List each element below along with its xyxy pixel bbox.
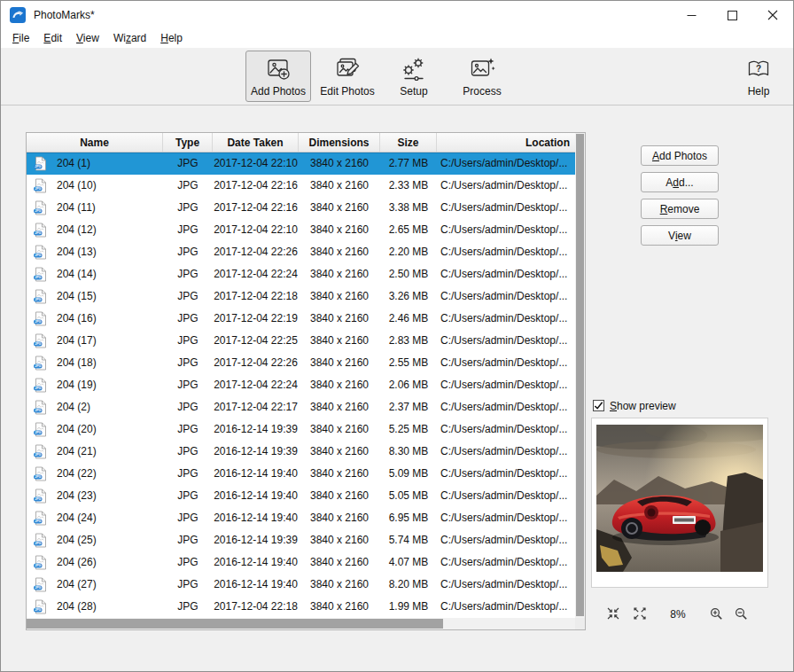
- jpg-file-icon: JPG: [33, 311, 48, 326]
- table-row[interactable]: JPG 204 (1) JPG 2017-12-04 22:10 3840 x …: [27, 152, 575, 175]
- menu-help[interactable]: Help: [153, 29, 190, 48]
- table-row[interactable]: JPG 204 (20) JPG 2016-12-14 19:39 3840 x…: [27, 418, 575, 441]
- view-button[interactable]: View: [641, 225, 719, 246]
- horizontal-scrollbar[interactable]: [27, 618, 575, 629]
- file-name-cell: JPG 204 (22): [27, 463, 163, 485]
- file-name: 204 (12): [57, 219, 97, 241]
- add-button[interactable]: Add...: [641, 172, 719, 192]
- file-name: 204 (1): [57, 152, 90, 175]
- column-header-name[interactable]: Name: [27, 133, 163, 152]
- table-row[interactable]: JPG 204 (26) JPG 2016-12-14 19:40 3840 x…: [27, 551, 575, 574]
- column-header-date-taken[interactable]: Date Taken: [213, 133, 299, 152]
- main-toolbar: Add Photos Edit Photos: [1, 48, 793, 105]
- file-name: 204 (24): [57, 507, 97, 529]
- column-header-dimensions[interactable]: Dimensions: [299, 133, 380, 152]
- location-cell: C:/Users/admin/Desktop/...: [437, 463, 575, 485]
- menu-file[interactable]: File: [5, 29, 36, 48]
- file-type-cell: JPG: [163, 551, 213, 574]
- toolbar-help[interactable]: ? Help: [736, 51, 782, 102]
- table-row[interactable]: JPG 204 (24) JPG 2016-12-14 19:40 3840 x…: [27, 507, 575, 529]
- horizontal-scrollbar-thumb[interactable]: [27, 619, 443, 629]
- table-row[interactable]: JPG 204 (13) JPG 2017-12-04 22:26 3840 x…: [27, 241, 575, 263]
- show-preview-label[interactable]: Show preview: [610, 400, 676, 412]
- show-preview-checkbox[interactable]: [593, 400, 604, 411]
- date-taken-cell: 2017-12-04 22:17: [213, 396, 299, 418]
- zoom-in-icon[interactable]: [710, 607, 723, 621]
- file-type-cell: JPG: [163, 352, 213, 374]
- file-name-cell: JPG 204 (23): [27, 485, 163, 507]
- table-row[interactable]: JPG 204 (14) JPG 2017-12-04 22:24 3840 x…: [27, 263, 575, 285]
- preview-zoom-controls: 8%: [591, 604, 768, 627]
- date-taken-cell: 2017-12-04 22:10: [213, 152, 299, 175]
- location-cell: C:/Users/admin/Desktop/...: [437, 396, 575, 418]
- file-name-cell: JPG 204 (17): [27, 330, 163, 352]
- table-row[interactable]: JPG 204 (21) JPG 2016-12-14 19:39 3840 x…: [27, 441, 575, 463]
- svg-text:JPG: JPG: [35, 453, 41, 457]
- add-photos-button[interactable]: Add Photos: [641, 145, 719, 166]
- menu-view[interactable]: View: [69, 29, 106, 48]
- remove-button[interactable]: Remove: [641, 199, 719, 219]
- vertical-scrollbar-thumb[interactable]: [576, 134, 584, 616]
- window-title: PhotoMarks*: [34, 9, 95, 21]
- size-cell: 8.30 MB: [380, 441, 437, 463]
- size-cell: 5.74 MB: [380, 529, 437, 551]
- vertical-scrollbar[interactable]: [575, 133, 585, 618]
- table-row[interactable]: JPG 204 (27) JPG 2016-12-14 19:40 3840 x…: [27, 574, 575, 596]
- column-header-type[interactable]: Type: [163, 133, 213, 152]
- table-row[interactable]: JPG 204 (11) JPG 2017-12-04 22:16 3840 x…: [27, 197, 575, 219]
- app-window: PhotoMarks* File Edit View Wizard Help: [0, 0, 794, 672]
- jpg-file-icon: JPG: [33, 223, 48, 238]
- toolbar-setup[interactable]: Setup: [385, 51, 442, 102]
- table-row[interactable]: JPG 204 (2) JPG 2017-12-04 22:17 3840 x …: [27, 396, 575, 418]
- toolbar-label: Add Photos: [251, 85, 306, 98]
- location-cell: C:/Users/admin/Desktop/...: [437, 551, 575, 574]
- jpg-file-icon: JPG: [33, 555, 48, 570]
- size-cell: 2.37 MB: [380, 396, 437, 418]
- size-cell: 5.09 MB: [380, 463, 437, 485]
- table-row[interactable]: JPG 204 (15) JPG 2017-12-04 22:18 3840 x…: [27, 285, 575, 308]
- table-row[interactable]: JPG 204 (25) JPG 2016-12-14 19:39 3840 x…: [27, 529, 575, 551]
- table-row[interactable]: JPG 204 (28) JPG 2017-12-04 22:18 3840 x…: [27, 596, 575, 618]
- actual-size-icon[interactable]: [634, 607, 647, 621]
- process-icon: [468, 55, 496, 83]
- toolbar-process[interactable]: Process: [450, 51, 514, 102]
- table-row[interactable]: JPG 204 (19) JPG 2017-12-04 22:24 3840 x…: [27, 374, 575, 396]
- size-cell: 2.33 MB: [380, 175, 437, 197]
- toolbar-add-photos[interactable]: Add Photos: [245, 51, 311, 102]
- table-row[interactable]: JPG 204 (23) JPG 2016-12-14 19:40 3840 x…: [27, 485, 575, 507]
- file-name-cell: JPG 204 (26): [27, 551, 163, 574]
- column-header-size[interactable]: Size: [380, 133, 437, 152]
- table-row[interactable]: JPG 204 (16) JPG 2017-12-04 22:19 3840 x…: [27, 308, 575, 330]
- file-name-cell: JPG 204 (18): [27, 352, 163, 374]
- maximize-icon[interactable]: [712, 1, 752, 29]
- svg-text:JPG: JPG: [35, 520, 41, 523]
- minimize-icon[interactable]: [671, 1, 712, 29]
- table-row[interactable]: JPG 204 (12) JPG 2017-12-04 22:10 3840 x…: [27, 219, 575, 241]
- zoom-out-icon[interactable]: [735, 607, 748, 621]
- file-type-cell: JPG: [163, 507, 213, 529]
- menu-wizard[interactable]: Wizard: [106, 29, 153, 48]
- file-name-cell: JPG 204 (13): [27, 241, 163, 263]
- add-photos-icon: [264, 55, 292, 83]
- jpg-file-icon: JPG: [33, 245, 48, 260]
- table-row[interactable]: JPG 204 (17) JPG 2017-12-04 22:25 3840 x…: [27, 330, 575, 352]
- menu-bar: File Edit View Wizard Help: [1, 29, 793, 48]
- toolbar-edit-photos[interactable]: Edit Photos: [314, 51, 381, 102]
- photo-table: Name Type Date Taken Dimensions Size Loc…: [26, 132, 586, 630]
- date-taken-cell: 2017-12-04 22:25: [213, 330, 299, 352]
- close-icon[interactable]: [752, 1, 793, 29]
- table-row[interactable]: JPG 204 (18) JPG 2017-12-04 22:26 3840 x…: [27, 352, 575, 374]
- size-cell: 2.65 MB: [380, 219, 437, 241]
- zoom-level: 8%: [660, 608, 696, 621]
- column-header-location[interactable]: Location: [437, 133, 575, 152]
- menu-edit[interactable]: Edit: [36, 29, 69, 48]
- file-type-cell: JPG: [163, 418, 213, 441]
- table-row[interactable]: JPG 204 (10) JPG 2017-12-04 22:16 3840 x…: [27, 175, 575, 197]
- table-row[interactable]: JPG 204 (22) JPG 2016-12-14 19:40 3840 x…: [27, 463, 575, 485]
- file-name: 204 (14): [57, 263, 97, 285]
- fit-to-window-icon[interactable]: [607, 607, 620, 621]
- location-cell: C:/Users/admin/Desktop/...: [437, 152, 575, 175]
- date-taken-cell: 2016-12-14 19:40: [213, 507, 299, 529]
- preview-image: [596, 425, 763, 572]
- size-cell: 2.06 MB: [380, 374, 437, 396]
